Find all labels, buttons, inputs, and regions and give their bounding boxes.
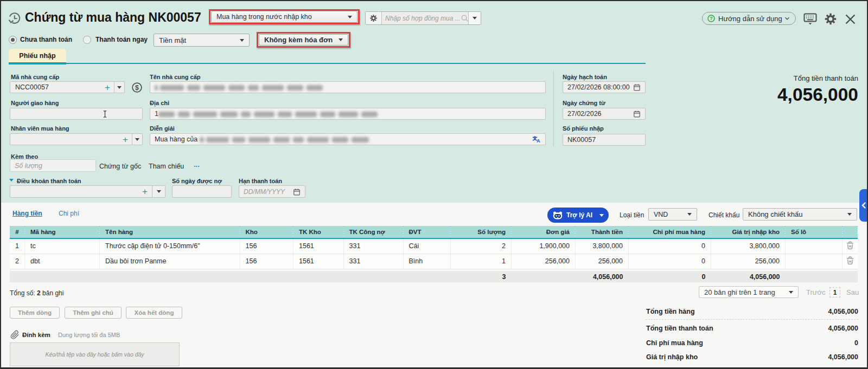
svg-text:A: A <box>537 138 540 143</box>
svg-text:?: ? <box>710 16 712 21</box>
svg-text:$: $ <box>135 84 139 92</box>
